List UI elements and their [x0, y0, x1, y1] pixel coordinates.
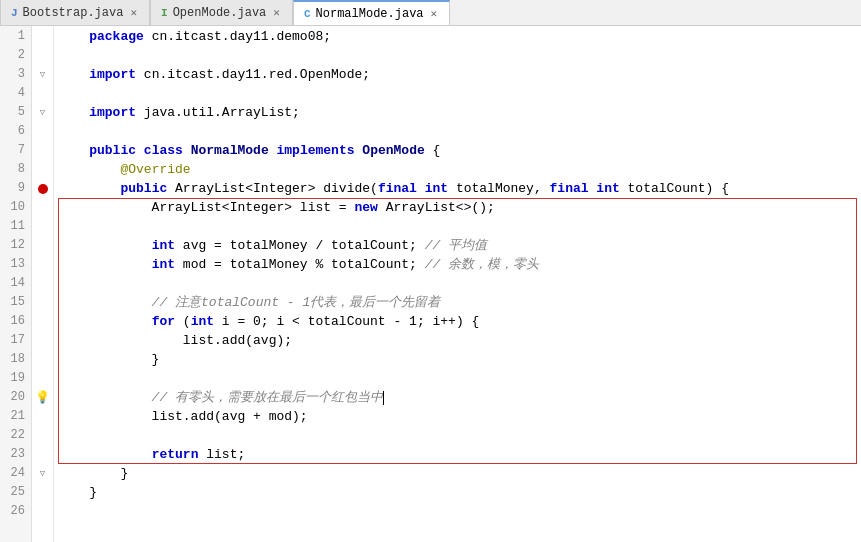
gutter-9 — [32, 179, 53, 198]
code-line-15: // 注意totalCount - 1代表，最后一个先留着 — [58, 293, 861, 312]
line-num-13: 13 — [4, 255, 25, 274]
tab-openmode-icon: I — [161, 7, 168, 19]
code-line-14 — [58, 274, 861, 293]
line-num-24: 24 — [4, 464, 25, 483]
gutter-25 — [32, 483, 53, 502]
line-num-7: 7 — [4, 141, 25, 160]
gutter-6 — [32, 122, 53, 141]
line-num-14: 14 — [4, 274, 25, 293]
tab-normalmode-close[interactable]: ✕ — [429, 7, 440, 20]
gutter-18 — [32, 350, 53, 369]
fold-icon-3[interactable]: ▽ — [40, 69, 45, 80]
line-num-2: 2 — [4, 46, 25, 65]
tab-bootstrap-icon: J — [11, 7, 18, 19]
line-num-17: 17 — [4, 331, 25, 350]
gutter-4 — [32, 84, 53, 103]
code-line-13: int mod = totalMoney % totalCount; // 余数… — [58, 255, 861, 274]
line-num-26: 26 — [4, 502, 25, 521]
tab-normalmode-label: NormalMode.java — [316, 7, 424, 21]
line-num-11: 11 — [4, 217, 25, 236]
line-num-1: 1 — [4, 27, 25, 46]
code-line-4 — [58, 84, 861, 103]
tab-openmode-label: OpenMode.java — [173, 6, 267, 20]
gutter-5: ▽ — [32, 103, 53, 122]
gutter-15 — [32, 293, 53, 312]
code-line-21: list.add(avg + mod); — [58, 407, 861, 426]
line-num-19: 19 — [4, 369, 25, 388]
line-num-23: 23 — [4, 445, 25, 464]
line-num-22: 22 — [4, 426, 25, 445]
fold-icon-24[interactable]: ▽ — [40, 468, 45, 479]
gutter-3: ▽ — [32, 65, 53, 84]
highlight-region: ArrayList<Integer> list = new ArrayList<… — [58, 198, 861, 464]
line-num-25: 25 — [4, 483, 25, 502]
gutter-22 — [32, 426, 53, 445]
line-num-16: 16 — [4, 312, 25, 331]
code-line-18: } — [58, 350, 861, 369]
code-line-16: for (int i = 0; i < totalCount - 1; i++)… — [58, 312, 861, 331]
gutter-8 — [32, 160, 53, 179]
gutter-16 — [32, 312, 53, 331]
line-num-3: 3 — [4, 65, 25, 84]
gutter-13 — [32, 255, 53, 274]
tab-openmode[interactable]: I OpenMode.java ✕ — [150, 0, 293, 25]
line-num-5: 5 — [4, 103, 25, 122]
gutter-12 — [32, 236, 53, 255]
text-cursor — [383, 391, 384, 405]
breakpoint-9[interactable] — [38, 184, 48, 194]
code-content[interactable]: package cn.itcast.day11.demo08; import c… — [54, 26, 861, 542]
gutter-11 — [32, 217, 53, 236]
line-num-20: 20 — [4, 388, 25, 407]
code-line-26 — [58, 502, 861, 521]
gutter-1 — [32, 27, 53, 46]
tab-normalmode[interactable]: C NormalMode.java ✕ — [293, 0, 450, 25]
code-line-22 — [58, 426, 861, 445]
code-line-10: ArrayList<Integer> list = new ArrayList<… — [58, 198, 861, 217]
code-line-23: return list; — [58, 445, 861, 464]
gutter-19 — [32, 369, 53, 388]
code-line-3: import cn.itcast.day11.red.OpenMode; — [58, 65, 861, 84]
code-line-25: } — [58, 483, 861, 502]
tab-bootstrap-label: Bootstrap.java — [23, 6, 124, 20]
tab-bootstrap-close[interactable]: ✕ — [128, 6, 139, 19]
code-line-20: // 有零头，需要放在最后一个红包当中 — [58, 388, 861, 407]
code-line-8: @Override — [58, 160, 861, 179]
lightbulb-icon-20[interactable]: 💡 — [35, 390, 50, 405]
gutter-2 — [32, 46, 53, 65]
line-num-4: 4 — [4, 84, 25, 103]
fold-icon-5[interactable]: ▽ — [40, 107, 45, 118]
gutter-23 — [32, 445, 53, 464]
code-line-9: public ArrayList<Integer> divide(final i… — [58, 179, 861, 198]
code-line-2 — [58, 46, 861, 65]
gutter-14 — [32, 274, 53, 293]
code-line-19 — [58, 369, 861, 388]
gutter-10 — [32, 198, 53, 217]
tab-normalmode-icon: C — [304, 8, 311, 20]
line-num-12: 12 — [4, 236, 25, 255]
line-num-10: 10 — [4, 198, 25, 217]
line-numbers: 1 2 3 4 5 6 7 8 9 10 11 12 13 14 15 16 1… — [0, 26, 32, 542]
code-line-1: package cn.itcast.day11.demo08; — [58, 27, 861, 46]
gutter-24: ▽ — [32, 464, 53, 483]
code-line-5: import java.util.ArrayList; — [58, 103, 861, 122]
editor: 1 2 3 4 5 6 7 8 9 10 11 12 13 14 15 16 1… — [0, 26, 861, 542]
code-line-24: } — [58, 464, 861, 483]
gutter-7 — [32, 141, 53, 160]
gutter-20: 💡 — [32, 388, 53, 407]
tab-bootstrap[interactable]: J Bootstrap.java ✕ — [0, 0, 150, 25]
line-num-15: 15 — [4, 293, 25, 312]
code-line-11 — [58, 217, 861, 236]
tab-openmode-close[interactable]: ✕ — [271, 6, 282, 19]
gutter-17 — [32, 331, 53, 350]
gutter: ▽ ▽ 💡 ▽ — [32, 26, 54, 542]
editor-main[interactable]: package cn.itcast.day11.demo08; import c… — [54, 26, 861, 542]
line-num-18: 18 — [4, 350, 25, 369]
line-num-21: 21 — [4, 407, 25, 426]
code-line-7: public class NormalMode implements OpenM… — [58, 141, 861, 160]
line-num-8: 8 — [4, 160, 25, 179]
line-num-9: 9 — [4, 179, 25, 198]
tab-bar: J Bootstrap.java ✕ I OpenMode.java ✕ C N… — [0, 0, 861, 26]
code-line-17: list.add(avg); — [58, 331, 861, 350]
line-num-6: 6 — [4, 122, 25, 141]
gutter-21 — [32, 407, 53, 426]
